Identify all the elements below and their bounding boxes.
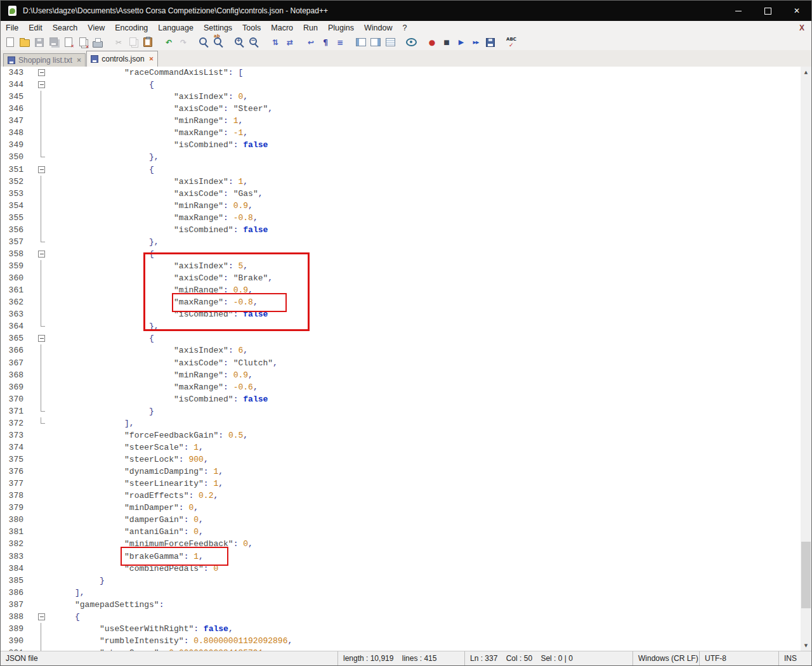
tab-controls-json[interactable]: controls.json✕ — [86, 51, 158, 67]
maximize-button[interactable] — [753, 1, 782, 21]
code-text: "axisIndex": 5, — [50, 260, 248, 272]
menu-item-settings[interactable]: Settings — [199, 21, 237, 34]
macro-record-icon[interactable]: ● — [426, 37, 438, 48]
vertical-scrollbar[interactable]: ▲ ▼ — [801, 67, 811, 651]
code-text: "combinedPedals": 0 — [50, 563, 218, 575]
line-number: 362 — [1, 296, 30, 308]
sync-horizontal-icon[interactable]: ⇄ — [284, 37, 296, 48]
code-text: "damperGain": 0, — [50, 514, 204, 526]
fold-margin — [30, 478, 50, 490]
line-number: 382 — [1, 538, 30, 550]
macro-stop-icon[interactable]: ■ — [441, 37, 452, 48]
menu-item-help[interactable]: ? — [397, 21, 412, 34]
new-file-icon[interactable] — [4, 37, 16, 48]
close-all-files-icon[interactable] — [77, 37, 89, 48]
fold-collapse-icon[interactable] — [30, 611, 50, 623]
fold-collapse-icon[interactable] — [30, 79, 50, 91]
menu-item-macro[interactable]: Macro — [266, 21, 298, 34]
editor[interactable]: 343 "raceCommandAxisList": [344 {345 "ax… — [1, 67, 801, 651]
menu-item-file[interactable]: File — [1, 21, 23, 34]
scrollbar-thumb[interactable] — [801, 542, 811, 608]
fold-margin — [30, 623, 50, 635]
copy-icon[interactable] — [128, 37, 139, 48]
function-list-icon[interactable] — [355, 37, 367, 48]
cut-icon[interactable]: ✂ — [113, 37, 124, 48]
undo-icon[interactable]: ↶ — [163, 37, 174, 48]
menu-item-window[interactable]: Window — [359, 21, 397, 34]
line-number: 388 — [1, 611, 30, 623]
code-line: 373 "forceFeedbackGain": 0.5, — [1, 429, 801, 441]
menu-item-plugins[interactable]: Plugins — [323, 21, 359, 34]
scroll-up-icon[interactable]: ▲ — [801, 67, 811, 77]
document-list-icon[interactable] — [384, 37, 396, 48]
replace-icon[interactable] — [213, 37, 225, 48]
print-icon[interactable] — [92, 37, 103, 48]
code-line: 386 ], — [1, 587, 801, 599]
menu-item-tools[interactable]: Tools — [237, 21, 266, 34]
code-text: "axisCode": "Brake", — [50, 272, 273, 284]
spell-check-icon[interactable] — [506, 37, 517, 48]
open-file-icon[interactable] — [19, 37, 30, 48]
status-insert-mode[interactable]: INS — [778, 651, 811, 665]
word-wrap-icon[interactable]: ↩ — [305, 37, 317, 48]
menu-item-encoding[interactable]: Encoding — [110, 21, 153, 34]
monitoring-icon[interactable] — [405, 37, 417, 48]
fold-collapse-icon[interactable] — [30, 248, 50, 260]
run-macro-multiple-icon[interactable]: ▶▶ — [470, 37, 481, 48]
fold-margin — [30, 284, 50, 296]
scroll-down-icon[interactable]: ▼ — [801, 640, 811, 651]
save-icon[interactable] — [34, 37, 45, 48]
menu-item-language[interactable]: Language — [153, 21, 199, 34]
code-line: 370 "isCombined": false — [1, 393, 801, 405]
fold-margin — [30, 369, 50, 381]
fold-margin — [30, 127, 50, 139]
line-number: 361 — [1, 284, 30, 296]
tab-shopping-list-txt[interactable]: Shopping list.txt✕ — [3, 53, 86, 67]
menu-close-x[interactable]: X — [792, 23, 811, 32]
save-all-icon[interactable] — [48, 37, 60, 48]
close-button[interactable]: ✕ — [782, 1, 811, 21]
paste-icon[interactable] — [142, 37, 154, 48]
status-cursor-position: Ln : 337 Col : 50 Sel : 0 | 0 — [464, 651, 632, 665]
line-number: 375 — [1, 454, 30, 466]
close-file-icon[interactable] — [63, 37, 74, 48]
minimize-button[interactable] — [724, 1, 753, 21]
fold-collapse-icon[interactable] — [30, 67, 50, 79]
sync-vertical-icon[interactable]: ⇅ — [270, 37, 281, 48]
code-line: 383 "brakeGamma": 1, — [1, 551, 801, 563]
fold-margin — [30, 381, 50, 393]
line-number: 373 — [1, 429, 30, 441]
status-encoding[interactable]: UTF-8 — [699, 651, 778, 665]
line-number: 363 — [1, 308, 30, 320]
line-number: 386 — [1, 587, 30, 599]
line-number: 354 — [1, 200, 30, 212]
indent-guide-icon[interactable]: ≡ — [334, 37, 346, 48]
save-macro-icon[interactable] — [485, 37, 496, 48]
menu-bar: FileEditSearchViewEncodingLanguageSettin… — [1, 21, 811, 34]
find-icon[interactable] — [199, 37, 210, 48]
code-text: "axisCode": "Gas", — [50, 188, 263, 200]
menu-item-edit[interactable]: Edit — [23, 21, 48, 34]
document-map-icon[interactable] — [370, 37, 381, 48]
code-line: 362 "maxRange": -0.8, — [1, 296, 801, 308]
show-all-characters-icon[interactable]: ¶ — [320, 37, 331, 48]
code-text: { — [50, 248, 154, 260]
line-number: 350 — [1, 151, 30, 163]
menu-item-view[interactable]: View — [82, 21, 110, 34]
redo-icon[interactable]: ↷ — [178, 37, 189, 48]
status-eol-format[interactable]: Windows (CR LF) — [632, 651, 699, 665]
fold-margin — [30, 344, 50, 356]
macro-playback-icon[interactable]: ▶ — [455, 37, 467, 48]
line-number: 349 — [1, 139, 30, 151]
menu-item-run[interactable]: Run — [298, 21, 323, 34]
fold-collapse-icon[interactable] — [30, 164, 50, 176]
code-text: "axisIndex": 6, — [50, 344, 248, 356]
code-line: 375 "steerLock": 900, — [1, 454, 801, 466]
zoom-in-icon[interactable] — [234, 37, 246, 48]
line-number: 377 — [1, 478, 30, 490]
menu-item-search[interactable]: Search — [48, 21, 83, 34]
zoom-out-icon[interactable] — [249, 37, 260, 48]
fold-collapse-icon[interactable] — [30, 332, 50, 344]
tab-close-icon[interactable]: ✕ — [149, 56, 154, 62]
tab-close-icon[interactable]: ✕ — [77, 58, 82, 63]
